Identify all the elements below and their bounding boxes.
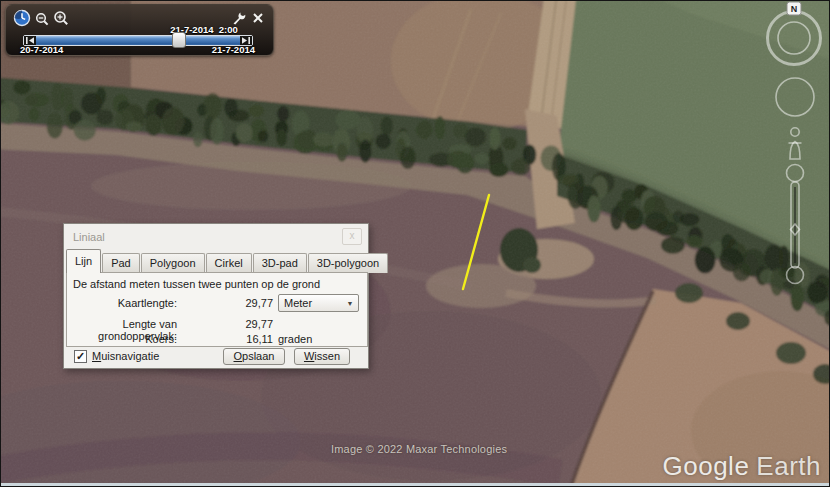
zoom-slider[interactable] xyxy=(787,165,804,284)
google-earth-window: 21-7-2014 2:00 20-7-2014 21-7-2014 Linia… xyxy=(0,0,830,487)
unit-dropdown-value: Meter xyxy=(279,297,342,309)
time-slider-handle[interactable] xyxy=(172,32,186,48)
tab-polygoon[interactable]: Polygoon xyxy=(141,253,205,273)
google-earth-logo: GoogleEarth xyxy=(663,451,822,482)
ruler-description: De afstand meten tussen twee punten op d… xyxy=(73,278,320,290)
maplength-value: 29,77 xyxy=(177,297,273,309)
tab-3d-pad[interactable]: 3D-pad xyxy=(253,253,307,273)
save-button[interactable]: Opslaan xyxy=(223,348,285,365)
time-range-end-label: 21-7-2014 xyxy=(212,44,255,55)
chevron-down-icon: ▼ xyxy=(342,300,358,307)
heading-unit: graden xyxy=(278,333,312,345)
imagery-attribution: Image © 2022 Maxar Technologies xyxy=(331,443,507,455)
compass-ring[interactable] xyxy=(768,12,821,65)
clear-button[interactable]: Wissen xyxy=(294,348,350,365)
historical-imagery-clock-icon[interactable] xyxy=(13,9,31,27)
time-current-label: 21-7-2014 2:00 xyxy=(148,24,260,35)
time-range-start-label: 20-7-2014 xyxy=(20,44,63,55)
pegman-icon[interactable] xyxy=(789,128,802,159)
time-zoom-in-icon[interactable] xyxy=(53,10,70,27)
navigation-controls: N xyxy=(757,1,830,293)
look-joystick[interactable] xyxy=(776,78,814,116)
screenshot-edge-strip xyxy=(1,483,829,486)
unit-dropdown[interactable]: Meter ▼ xyxy=(278,294,359,312)
mouse-navigation-checkbox[interactable]: ✓ xyxy=(74,350,87,363)
dialog-close-button[interactable]: x xyxy=(342,228,362,245)
ruler-dialog: Liniaal x Lijn Pad Polygoon Cirkel 3D-pa… xyxy=(63,223,369,369)
logo-google: Google xyxy=(663,451,750,481)
tab-pad[interactable]: Pad xyxy=(102,253,140,273)
dialog-footer: ✓ Muisnavigatie Opslaan Wissen xyxy=(64,345,368,368)
time-slider-panel: 21-7-2014 2:00 20-7-2014 21-7-2014 xyxy=(5,4,274,56)
zoom-out-button[interactable] xyxy=(787,267,804,284)
tab-cirkel[interactable]: Cirkel xyxy=(206,253,252,273)
zoom-in-button[interactable] xyxy=(787,165,804,182)
mouse-navigation-label[interactable]: Muisnavigatie xyxy=(92,350,159,362)
tab-3d-polygoon[interactable]: 3D-polygoon xyxy=(308,253,388,273)
time-zoom-out-icon[interactable] xyxy=(35,12,50,27)
heading-label: Koers: xyxy=(69,333,177,345)
dialog-title: Liniaal xyxy=(73,231,105,243)
compass-inner-ring[interactable] xyxy=(778,22,810,54)
north-label: N xyxy=(791,4,798,14)
logo-earth: Earth xyxy=(756,451,821,481)
time-slider-track[interactable] xyxy=(36,36,240,45)
groundlength-value: 29,77 xyxy=(177,318,273,330)
ruler-tab-bar: Lijn Pad Polygoon Cirkel 3D-pad 3D-polyg… xyxy=(66,250,389,273)
heading-value: 16,11 xyxy=(177,333,273,345)
ruler-tab-content: De afstand meten tussen twee punten op d… xyxy=(66,272,368,347)
maplength-label: Kaartlengte: xyxy=(69,297,177,309)
tab-lijn[interactable]: Lijn xyxy=(66,249,101,273)
